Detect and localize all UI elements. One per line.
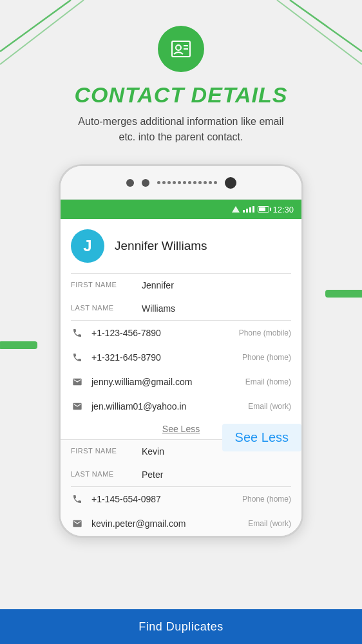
c2-last-name-label: LAST NAME	[71, 469, 129, 480]
c2-last-name-row: LAST NAME Peter	[61, 463, 301, 486]
see-less-tooltip-text: See Less	[235, 430, 289, 444]
first-name-label: FIRST NAME	[71, 280, 129, 290]
phone-top-bar	[61, 166, 301, 200]
status-bar: 12:30	[61, 200, 301, 219]
contact-avatar-1: J	[71, 229, 104, 263]
svg-point-7	[176, 45, 181, 50]
c2-first-name-label: FIRST NAME	[71, 446, 129, 457]
c2-phone-icon-1	[71, 493, 84, 506]
phone2-row: +1-321-645-8790 Phone (home)	[61, 345, 301, 370]
first-name-value: Jennifer	[142, 280, 174, 290]
last-name-label: LAST NAME	[71, 303, 129, 314]
status-time: 12:30	[272, 205, 294, 214]
c2-phone1-value: +1-145-654-0987	[91, 494, 234, 504]
phone-mockup: 12:30 J Jennifer Williams FIRST NAME Jen…	[0, 164, 362, 538]
see-less-row: See Less See Less	[61, 419, 301, 439]
phone2-value: +1-321-645-8790	[91, 352, 234, 363]
first-name-row: FIRST NAME Jennifer	[61, 274, 301, 297]
app-icon	[158, 26, 204, 72]
email2-row: jen.william01@yahoo.in Email (work)	[61, 394, 301, 419]
email1-type: Email (home)	[245, 377, 291, 386]
email2-type: Email (work)	[248, 402, 291, 411]
contact-header-1: J Jennifer Williams	[61, 219, 301, 273]
phone2-type: Phone (home)	[242, 353, 291, 362]
phone1-type: Phone (mobile)	[239, 328, 291, 337]
email-icon-1	[71, 375, 84, 388]
c2-last-name-value: Peter	[142, 469, 163, 480]
c2-email1-value: kevin.peter@gmail.com	[91, 518, 240, 529]
phone1-row: +1-123-456-7890 Phone (mobile)	[61, 321, 301, 345]
email-icon-2	[71, 400, 84, 413]
phone-dots-row	[157, 181, 217, 184]
c2-first-name-value: Kevin	[142, 446, 164, 457]
c2-email-icon-1	[71, 517, 84, 530]
phone-dot-left	[126, 179, 134, 187]
phone-camera	[225, 177, 236, 189]
svg-marker-10	[232, 206, 240, 213]
contact-card-2: FIRST NAME Kevin LAST NAME Peter +1-145-…	[61, 440, 301, 536]
email1-value: jenny.william@gmail.com	[91, 377, 238, 387]
signal-bars	[243, 206, 254, 213]
phone-icon-2	[71, 351, 84, 364]
see-less-link[interactable]: See Less	[162, 424, 200, 434]
phone-icon-1	[71, 327, 84, 339]
phone1-value: +1-123-456-7890	[91, 328, 231, 338]
find-duplicates-button[interactable]: Find Duplicates	[0, 609, 362, 644]
status-icons: 12:30	[232, 205, 294, 214]
battery-icon	[258, 206, 269, 213]
find-duplicates-label: Find Duplicates	[138, 620, 224, 634]
email2-value: jen.william01@yahoo.in	[91, 401, 240, 412]
email1-row: jenny.william@gmail.com Email (home)	[61, 370, 301, 394]
c2-email1-type: Email (work)	[248, 519, 291, 528]
contact-name-1: Jennifer Williams	[115, 239, 207, 253]
c2-phone1-type: Phone (home)	[242, 495, 291, 504]
page-title: CONTACT DETAILS	[74, 82, 287, 108]
c2-phone1-row: +1-145-654-0987 Phone (home)	[61, 487, 301, 511]
last-name-value: Williams	[142, 303, 175, 314]
see-less-tooltip: See Less	[222, 424, 301, 451]
c2-email1-row: kevin.peter@gmail.com Email (work)	[61, 511, 301, 536]
last-name-row: LAST NAME Williams	[61, 297, 301, 320]
contact-card-1: J Jennifer Williams FIRST NAME Jennifer …	[61, 219, 301, 440]
phone-dot-right	[142, 179, 149, 187]
page-subtitle: Auto-merges additional information like …	[71, 114, 291, 145]
